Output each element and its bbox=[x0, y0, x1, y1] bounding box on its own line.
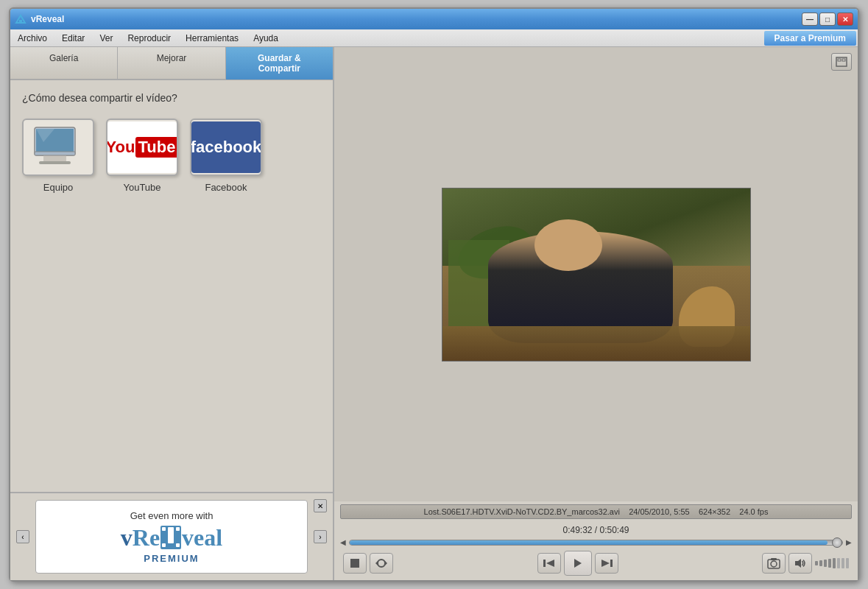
tab-galeria[interactable]: Galería bbox=[10, 47, 118, 80]
next-button[interactable] bbox=[595, 553, 618, 574]
vol-seg-3 bbox=[824, 560, 827, 567]
svg-rect-13 bbox=[176, 543, 180, 547]
svg-rect-23 bbox=[610, 560, 613, 567]
fullscreen-button[interactable] bbox=[831, 53, 852, 71]
menu-archivo[interactable]: Archivo bbox=[10, 32, 54, 45]
svg-rect-5 bbox=[39, 161, 71, 164]
loop-icon bbox=[375, 558, 387, 568]
next-icon bbox=[601, 558, 613, 568]
facebook-icon-box: facebook bbox=[190, 119, 262, 176]
menu-herramientas[interactable]: Herramientas bbox=[178, 32, 246, 45]
window-title: vReveal bbox=[31, 14, 64, 24]
play-icon bbox=[572, 557, 584, 569]
status-bar: Lost.S06E17.HDTV.XviD-NoTV.CD2.BY_marcos… bbox=[340, 504, 852, 519]
window-controls: — □ ✕ bbox=[802, 13, 853, 26]
controls-left bbox=[343, 553, 393, 574]
svg-rect-1 bbox=[19, 20, 22, 23]
stop-button[interactable] bbox=[343, 553, 367, 574]
ad-close-button[interactable]: ✕ bbox=[314, 499, 327, 512]
svg-rect-10 bbox=[168, 527, 174, 543]
vol-seg-6 bbox=[837, 558, 840, 568]
app-icon bbox=[15, 13, 27, 25]
main-content: Galería Mejorar Guardar &Compartir ¿Cómo… bbox=[10, 47, 858, 580]
svg-rect-9 bbox=[162, 527, 166, 531]
ad-panel: ‹ Get even more with v Re bbox=[10, 492, 333, 580]
title-bar: vReveal — □ ✕ bbox=[10, 9, 858, 29]
logo-v: v bbox=[121, 524, 133, 551]
snapshot-button[interactable] bbox=[762, 553, 786, 574]
youtube-logo: YouTube bbox=[107, 121, 177, 173]
svg-marker-22 bbox=[574, 559, 582, 568]
play-button[interactable] bbox=[564, 551, 592, 576]
svg-marker-24 bbox=[601, 560, 610, 567]
ad-get-more-text: Get even more with bbox=[130, 510, 214, 521]
svg-marker-19 bbox=[375, 561, 378, 565]
right-panel: Lost.S06E17.HDTV.XviD-NoTV.CD2.BY_marcos… bbox=[334, 47, 858, 580]
left-panel: Galería Mejorar Guardar &Compartir ¿Cómo… bbox=[10, 47, 334, 580]
svg-rect-17 bbox=[350, 559, 359, 568]
share-option-computer[interactable]: Equipo bbox=[22, 119, 94, 193]
youtube-tube: Tube bbox=[135, 137, 179, 158]
progress-track[interactable] bbox=[349, 540, 843, 546]
svg-rect-16 bbox=[842, 59, 845, 61]
close-button[interactable]: ✕ bbox=[837, 13, 853, 26]
ad-nav-left[interactable]: ‹ bbox=[16, 530, 29, 543]
share-options: Equipo YouTube YouTube bbox=[22, 119, 321, 193]
playback-area: 0:49:32 / 0:50:49 ◀ ▶ bbox=[334, 522, 858, 580]
volume-bar[interactable] bbox=[815, 558, 849, 568]
facebook-logo: facebook bbox=[191, 121, 261, 173]
menu-items: Archivo Editar Ver Reproducir Herramient… bbox=[10, 32, 286, 45]
video-area bbox=[334, 47, 858, 501]
tab-mejorar[interactable]: Mejorar bbox=[118, 47, 225, 80]
loop-button[interactable] bbox=[370, 553, 393, 574]
premium-label: PREMIUM bbox=[144, 553, 199, 564]
progress-arrow-left[interactable]: ◀ bbox=[340, 538, 346, 546]
prev-button[interactable] bbox=[537, 553, 561, 574]
vol-seg-2 bbox=[819, 560, 822, 566]
controls-row bbox=[340, 551, 852, 576]
menu-editar[interactable]: Editar bbox=[54, 32, 92, 45]
title-bar-left: vReveal bbox=[15, 13, 64, 25]
minimize-button[interactable]: — bbox=[802, 13, 818, 26]
film-strip-icon bbox=[160, 524, 181, 551]
vol-seg-4 bbox=[828, 559, 831, 568]
share-question: ¿Cómo desea compartir el vídeo? bbox=[22, 92, 321, 104]
premium-button[interactable]: Pasar a Premium bbox=[764, 31, 856, 46]
menu-ver[interactable]: Ver bbox=[92, 32, 120, 45]
vol-seg-1 bbox=[815, 561, 818, 565]
svg-rect-27 bbox=[771, 558, 777, 560]
vreveal-logo: v Re veal PREMI bbox=[121, 524, 222, 564]
progress-thumb[interactable] bbox=[832, 537, 842, 548]
fullscreen-icon bbox=[836, 57, 847, 67]
svg-rect-12 bbox=[162, 543, 166, 547]
vol-seg-7 bbox=[841, 558, 844, 568]
logo-row: v Re veal bbox=[121, 524, 222, 551]
svg-rect-11 bbox=[176, 527, 180, 531]
share-panel: ¿Cómo desea compartir el vídeo? bbox=[10, 80, 333, 492]
menu-reproducir[interactable]: Reproducir bbox=[120, 32, 178, 45]
menu-ayuda[interactable]: Ayuda bbox=[246, 32, 286, 45]
facebook-label: Facebook bbox=[205, 182, 247, 193]
ad-content: Get even more with v Re bbox=[35, 500, 308, 574]
tab-bar: Galería Mejorar Guardar &Compartir bbox=[10, 47, 333, 80]
volume-button[interactable] bbox=[788, 553, 812, 574]
prev-icon bbox=[543, 558, 555, 568]
snapshot-icon bbox=[767, 557, 780, 569]
youtube-label: YouTube bbox=[123, 182, 160, 193]
progress-bar-container: ◀ ▶ bbox=[340, 538, 852, 546]
logo-veal: veal bbox=[182, 524, 222, 551]
video-fps: 24.0 fps bbox=[739, 507, 768, 516]
main-window: vReveal — □ ✕ Archivo Editar Ver Reprodu… bbox=[9, 7, 859, 582]
video-scene bbox=[442, 188, 750, 361]
share-option-facebook[interactable]: facebook Facebook bbox=[190, 119, 262, 193]
computer-icon bbox=[29, 124, 88, 172]
ad-nav-right[interactable]: › bbox=[314, 530, 327, 543]
progress-fill bbox=[350, 540, 828, 545]
share-option-youtube[interactable]: YouTube YouTube bbox=[106, 119, 178, 193]
svg-rect-15 bbox=[838, 59, 841, 61]
maximize-button[interactable]: □ bbox=[819, 13, 836, 26]
progress-arrow-right[interactable]: ▶ bbox=[846, 538, 852, 546]
computer-label: Equipo bbox=[43, 182, 73, 193]
tab-guardar[interactable]: Guardar &Compartir bbox=[226, 47, 333, 80]
video-resolution: 624×352 bbox=[699, 507, 730, 516]
